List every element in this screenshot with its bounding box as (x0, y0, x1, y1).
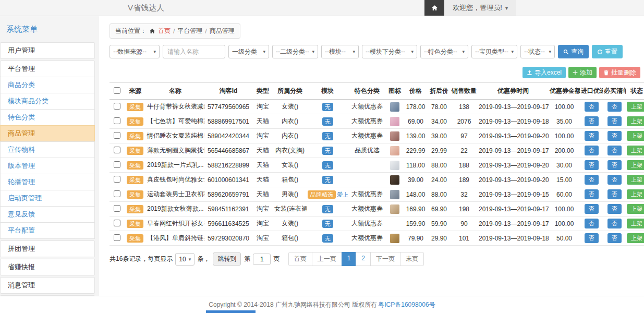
filter-select[interactable]: --特色分类--▾ (420, 45, 468, 58)
reset-button[interactable]: 重置 (592, 45, 623, 58)
import-select-toggle[interactable]: 否 (585, 175, 599, 185)
row-checkbox[interactable] (114, 190, 120, 197)
import-select-toggle[interactable]: 否 (585, 219, 599, 228)
per-page-select[interactable]: 10 ▾ (175, 253, 195, 266)
filter-select[interactable]: --二级分类--▾ (272, 45, 318, 58)
status-button[interactable]: 上架 (627, 233, 644, 243)
import-select-toggle[interactable]: 否 (585, 160, 599, 170)
status-button[interactable]: 上架 (627, 146, 644, 155)
must-buy-toggle[interactable]: 否 (607, 189, 622, 199)
row-checkbox[interactable] (114, 161, 120, 168)
cell-import-select-toggle: 否 (580, 143, 603, 158)
row-checkbox[interactable] (114, 132, 120, 139)
batch-delete-button[interactable]: 批量删除 (599, 67, 640, 78)
page-nav-link[interactable]: 上一页 (312, 252, 342, 266)
status-button[interactable]: 上架 (627, 204, 644, 214)
row-checkbox[interactable] (114, 176, 120, 183)
sidebar-item[interactable]: 启动页管理 (0, 190, 95, 207)
filter-select[interactable]: --宝贝类型--▾ (471, 45, 517, 58)
select-all-checkbox[interactable] (114, 87, 120, 94)
page-number-link[interactable]: 1 (342, 252, 357, 266)
must-buy-toggle[interactable]: 否 (607, 146, 622, 155)
filter-select[interactable]: 一级分类▾ (228, 45, 269, 58)
must-buy-toggle[interactable]: 否 (607, 204, 622, 214)
import-select-toggle[interactable]: 否 (585, 146, 599, 155)
column-header: 优惠券金额 (549, 83, 580, 100)
column-header: 折后价 (428, 83, 451, 100)
status-button[interactable]: 上架 (627, 131, 644, 141)
row-checkbox[interactable] (114, 147, 120, 153)
status-button[interactable]: 上架 (627, 219, 644, 228)
breadcrumb-home-link[interactable]: 首页 (158, 27, 171, 35)
import-select-toggle[interactable]: 否 (585, 116, 599, 126)
import-select-toggle[interactable]: 否 (585, 189, 599, 199)
product-thumbnail (390, 117, 399, 126)
must-buy-toggle[interactable]: 否 (607, 131, 622, 141)
must-buy-toggle[interactable]: 否 (607, 219, 622, 228)
sidebar-item[interactable]: 省赚快报 (0, 259, 95, 275)
user-menu[interactable]: 欢迎您，管理员! ▾ (444, 0, 516, 16)
sidebar-item[interactable]: 宣传物料 (0, 141, 95, 158)
row-checkbox[interactable] (114, 103, 120, 110)
sidebar-item[interactable]: 模块商品分类 (0, 93, 95, 110)
search-button[interactable]: 查询 (558, 45, 589, 58)
sidebar-item[interactable]: 特色分类 (0, 109, 95, 126)
sidebar-item[interactable]: 版本管理 (0, 158, 95, 174)
chevron-down-icon: ▾ (549, 49, 551, 54)
home-button[interactable] (424, 0, 444, 16)
sidebar-item[interactable]: 用户管理 (0, 42, 95, 59)
sidebar-item[interactable]: 平台配置 (0, 222, 95, 239)
source-badge: 采集 (127, 205, 143, 213)
page-number-input[interactable] (253, 254, 271, 265)
sidebar-item[interactable]: 平台管理 (0, 61, 95, 77)
sidebar-item[interactable]: 拼团管理 (0, 240, 95, 257)
status-button[interactable]: 上架 (627, 116, 644, 126)
status-button[interactable]: 上架 (627, 160, 644, 170)
filter-select[interactable]: --模块--▾ (321, 45, 359, 58)
must-buy-toggle[interactable]: 否 (607, 175, 622, 185)
row-checkbox[interactable] (114, 117, 120, 124)
cell-price: 139.00 (404, 129, 428, 143)
horizontal-scrollbar-thumb[interactable] (206, 310, 256, 313)
import-select-toggle[interactable]: 否 (585, 233, 599, 243)
sidebar-item[interactable]: 商品分类 (0, 77, 95, 93)
sidebar-item[interactable]: 消息管理 (0, 277, 95, 294)
cell-discount-price: 29.99 (428, 143, 451, 158)
add-button[interactable]: 添加 (568, 67, 597, 78)
sidebar-item[interactable]: 商品管理 (0, 125, 95, 142)
import-select-toggle[interactable]: 否 (585, 131, 599, 141)
must-buy-toggle[interactable]: 否 (607, 160, 622, 170)
icp-link[interactable]: 粤ICP备16098006号 (378, 300, 435, 309)
sidebar-item[interactable]: 轮播管理 (0, 174, 95, 190)
jump-button[interactable]: 跳转到 (213, 252, 241, 266)
page-nav-link[interactable]: 首页 (288, 252, 312, 266)
row-checkbox[interactable] (114, 220, 120, 226)
row-checkbox[interactable] (114, 205, 120, 212)
sidebar-item[interactable]: 意见反馈 (0, 206, 95, 223)
cell-sales: 90 (451, 216, 478, 231)
must-buy-toggle[interactable]: 否 (607, 233, 622, 243)
import-select-toggle[interactable]: 否 (585, 204, 599, 214)
cell-module: 无 (307, 202, 348, 216)
source-badge: 采集 (127, 117, 143, 126)
filter-select[interactable]: --模块下分类--▾ (362, 45, 417, 58)
breadcrumb-item-platform[interactable]: 平台管理 (177, 27, 202, 35)
filter-select[interactable]: --数据来源--▾ (110, 45, 160, 58)
status-button[interactable]: 上架 (627, 175, 644, 185)
must-buy-toggle[interactable]: 否 (607, 102, 622, 112)
row-checkbox[interactable] (114, 234, 120, 241)
import-excel-button[interactable]: 导入excel (523, 67, 566, 78)
product-name: 薄款无钢圈文胸聚拢性... (146, 143, 204, 158)
status-button[interactable]: 上架 (627, 102, 644, 112)
filter-select[interactable]: --状态--▾ (520, 45, 555, 58)
cell-module: 无 (307, 158, 348, 173)
status-button[interactable]: 上架 (627, 189, 644, 199)
page-number-link[interactable]: 2 (356, 252, 371, 266)
page-nav-link[interactable]: 末页 (400, 252, 424, 266)
must-buy-toggle[interactable]: 否 (607, 116, 622, 126)
product-name: 运动套装男士卫衣初秋... (146, 187, 204, 202)
page-nav-link[interactable]: 下一页 (370, 252, 400, 266)
import-select-toggle[interactable]: 否 (585, 102, 599, 112)
name-search-input[interactable] (163, 45, 225, 58)
table-row: 采集薄款无钢圈文胸聚拢性...565446685867天猫内衣(文胸)无品质优选… (110, 143, 644, 158)
